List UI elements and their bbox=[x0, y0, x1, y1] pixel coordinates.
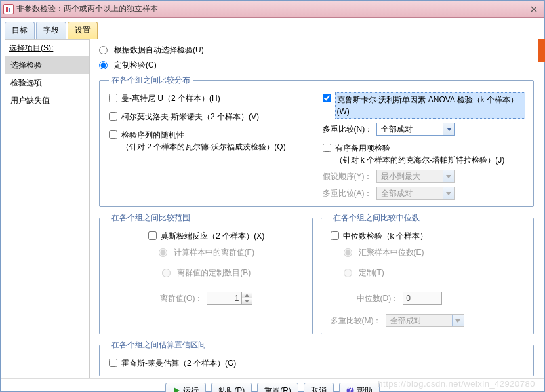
check-hodges[interactable] bbox=[109, 359, 117, 367]
label-ks: 柯尔莫戈洛夫-斯米诺夫（2 个样本）(V) bbox=[121, 111, 259, 123]
main-panel: 根据数据自动选择检验(U) 定制检验(C) 在各个组之间比较分布 曼-惠特尼 U… bbox=[90, 39, 540, 378]
radio-custom-label: 定制检验(C) bbox=[114, 60, 157, 71]
radio-calc-outlier bbox=[159, 248, 167, 257]
radio-custom-median bbox=[344, 269, 352, 277]
close-button[interactable] bbox=[526, 3, 542, 15]
label-multi-m: 多重比较(M)： bbox=[331, 315, 382, 326]
label-median: 中位数检验（k 个样本） bbox=[343, 230, 428, 242]
fieldset-compare-median: 在各个组之间比较中位数 中位数检验（k 个样本） 汇聚样本中位数(E) 定 bbox=[321, 212, 535, 334]
chevron-down-icon bbox=[452, 315, 464, 326]
svg-rect-0 bbox=[6, 7, 8, 12]
svg-text:?: ? bbox=[348, 387, 352, 392]
dialog-window: 非参数检验：两个或两个以上的独立样本 目标 字段 设置 选择项目(S): 选择检… bbox=[0, 0, 545, 392]
play-icon bbox=[172, 387, 180, 392]
sidebar: 选择项目(S): 选择检验 检验选项 用户缺失值 bbox=[5, 39, 90, 378]
legend-compare-dist: 在各个组之间比较分布 bbox=[109, 75, 193, 86]
legend-compare-median: 在各个组之间比较中位数 bbox=[331, 212, 422, 224]
label-pool-median: 汇聚样本中位数(E) bbox=[359, 247, 424, 258]
radio-custom-row: 定制检验(C) bbox=[99, 60, 534, 71]
reset-button[interactable]: 重置(R) bbox=[257, 383, 298, 392]
content-area: 选择项目(S): 选择检验 检验选项 用户缺失值 根据数据自动选择检验(U) 定… bbox=[1, 39, 544, 378]
radio-auto[interactable] bbox=[99, 46, 108, 54]
spinner-outlier bbox=[207, 292, 252, 305]
check-ks[interactable] bbox=[109, 112, 117, 121]
side-tag bbox=[538, 39, 545, 62]
chevron-down-icon bbox=[443, 170, 454, 182]
check-runs[interactable] bbox=[109, 130, 117, 139]
spin-down-icon bbox=[242, 298, 252, 304]
titlebar: 非参数检验：两个或两个以上的独立样本 bbox=[1, 1, 544, 18]
label-multi-n: 多重比较(N)： bbox=[323, 124, 373, 135]
sidebar-item-missing[interactable]: 用户缺失值 bbox=[5, 92, 89, 109]
check-mann-whitney[interactable] bbox=[109, 94, 117, 102]
window-title: 非参数检验：两个或两个以上的独立样本 bbox=[16, 3, 526, 14]
chevron-down-icon bbox=[443, 123, 454, 135]
combo-multi-n[interactable]: 全部成对 bbox=[376, 123, 455, 136]
radio-auto-row: 根据数据自动选择检验(U) bbox=[99, 45, 534, 56]
check-jt[interactable] bbox=[323, 144, 331, 152]
spin-up-icon bbox=[242, 292, 252, 298]
check-kruskal[interactable] bbox=[323, 94, 331, 102]
svg-marker-5 bbox=[446, 175, 451, 178]
label-custom-median: 定制(T) bbox=[359, 267, 384, 279]
tab-objective[interactable]: 目标 bbox=[5, 22, 35, 39]
svg-marker-7 bbox=[245, 294, 249, 297]
svg-marker-10 bbox=[174, 387, 180, 392]
combo-multi-m: 全部成对 bbox=[386, 314, 464, 327]
help-icon: ? bbox=[346, 387, 354, 392]
chevron-down-icon bbox=[443, 187, 454, 199]
label-mann-whitney: 曼-惠特尼 U（2 个样本）(H) bbox=[121, 92, 220, 104]
check-moses[interactable] bbox=[148, 231, 157, 240]
tab-settings[interactable]: 设置 bbox=[68, 22, 98, 39]
fieldset-compare-range: 在各个组之间比较范围 莫斯极端反应（2 个样本）(X) 计算样本中的离群值(F) bbox=[99, 212, 313, 334]
radio-custom[interactable] bbox=[99, 61, 108, 69]
check-median[interactable] bbox=[331, 231, 339, 240]
svg-marker-8 bbox=[245, 300, 249, 303]
tab-bar: 目标 字段 设置 bbox=[1, 18, 544, 39]
label-runs: 检验序列的随机性 （针对 2 个样本的瓦尔德-沃尔福威茨检验）(Q) bbox=[121, 129, 286, 153]
label-custom-outlier: 离群值的定制数目(B) bbox=[177, 267, 251, 279]
svg-marker-6 bbox=[446, 192, 451, 195]
label-kruskal: 克鲁斯卡尔-沃利斯单因素 ANOVA 检验（k 个样本）(W) bbox=[335, 92, 526, 119]
label-hodges: 霍奇斯-莱曼估算（2 个样本）(G) bbox=[121, 357, 236, 369]
label-multi-a: 多重比较(A)： bbox=[323, 188, 373, 199]
label-calc-outlier: 计算样本中的离群值(F) bbox=[174, 247, 254, 258]
label-moses: 莫斯极端反应（2 个样本）(X) bbox=[161, 230, 264, 242]
tab-fields[interactable]: 字段 bbox=[36, 22, 66, 39]
run-button[interactable]: 运行 bbox=[165, 383, 206, 392]
input-outlier bbox=[207, 292, 241, 304]
fieldset-compare-dist: 在各个组之间比较分布 曼-惠特尼 U（2 个样本）(H) 柯尔莫戈洛夫-斯米诺夫… bbox=[99, 75, 534, 207]
svg-marker-4 bbox=[447, 128, 452, 131]
legend-ci: 在各个组之间估算置信区间 bbox=[109, 340, 209, 351]
app-icon bbox=[3, 4, 14, 14]
radio-pool-median bbox=[344, 248, 352, 257]
fieldset-ci: 在各个组之间估算置信区间 霍奇斯-莱曼估算（2 个样本）(G) bbox=[99, 340, 534, 376]
combo-multi-a: 全部成对 bbox=[376, 187, 455, 200]
cancel-button[interactable]: 取消 bbox=[304, 383, 334, 392]
help-button[interactable]: ? 帮助 bbox=[339, 383, 380, 392]
svg-marker-9 bbox=[455, 319, 460, 323]
combo-order: 最小到最大 bbox=[376, 170, 455, 183]
label-jt: 有序备用项检验 （针对 k 个样本的约克海尔-塔帕斯特拉检验）(J) bbox=[335, 142, 505, 166]
label-outlier: 离群值(O)： bbox=[160, 293, 203, 304]
radio-custom-outlier bbox=[162, 269, 171, 277]
legend-compare-range: 在各个组之间比较范围 bbox=[109, 212, 193, 224]
svg-rect-1 bbox=[9, 8, 10, 12]
label-median-d: 中位数(D)： bbox=[357, 293, 399, 304]
sidebar-title: 选择项目(S): bbox=[5, 40, 89, 56]
sidebar-item-select-test[interactable]: 选择检验 bbox=[5, 56, 89, 74]
watermark: https://blog.csdn.net/weixin_42920780 bbox=[378, 379, 535, 389]
input-median bbox=[403, 292, 442, 305]
radio-auto-label: 根据数据自动选择检验(U) bbox=[114, 45, 204, 56]
paste-button[interactable]: 粘贴(P) bbox=[211, 383, 252, 392]
label-order: 假设顺序(Y)： bbox=[323, 171, 373, 182]
sidebar-item-test-options[interactable]: 检验选项 bbox=[5, 74, 89, 92]
